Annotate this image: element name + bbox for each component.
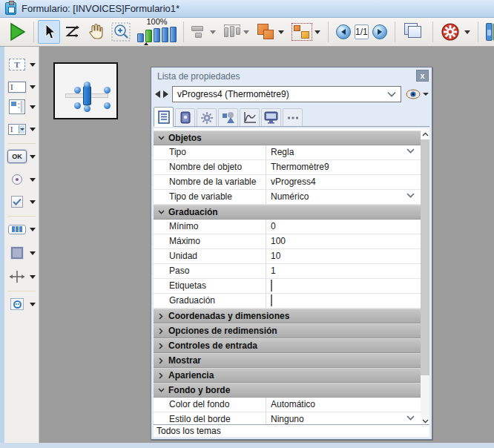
palette-splitter-tool[interactable] bbox=[7, 269, 36, 285]
section-coordenadas[interactable]: Coordenadas y dimensiones bbox=[154, 309, 422, 323]
visibility-button[interactable] bbox=[406, 89, 429, 99]
tab-display[interactable] bbox=[261, 108, 281, 126]
pan-tool-button[interactable] bbox=[84, 20, 108, 44]
property-value[interactable]: Automático bbox=[266, 398, 422, 412]
palette-button-tool[interactable]: OK bbox=[7, 148, 36, 165]
toolbar-separator bbox=[432, 22, 433, 42]
window-bottom-border bbox=[0, 443, 494, 448]
chevron-down-icon[interactable] bbox=[30, 275, 36, 279]
chevron-down-icon[interactable] bbox=[30, 178, 36, 182]
selection-handle[interactable] bbox=[84, 105, 90, 112]
palette-list-tool[interactable] bbox=[7, 99, 36, 115]
palette-combo-box-tool[interactable]: I bbox=[7, 121, 36, 137]
selection-handle[interactable] bbox=[74, 102, 81, 109]
property-row-etiquetas: Etiquetas bbox=[154, 279, 422, 294]
tab-more[interactable] bbox=[283, 108, 303, 126]
chevron-down-icon[interactable] bbox=[278, 30, 284, 34]
chevron-down-icon[interactable] bbox=[30, 303, 36, 306]
property-value[interactable]: Thermomètre9 bbox=[266, 160, 422, 174]
palette-checkbox-tool[interactable] bbox=[7, 194, 36, 210]
bring-to-front-button[interactable] bbox=[253, 20, 288, 44]
property-value[interactable]: 100 bbox=[266, 234, 422, 248]
section-apariencia[interactable]: Apariencia bbox=[154, 368, 422, 383]
arrow-right-icon bbox=[378, 29, 382, 35]
splitter-icon bbox=[8, 270, 26, 283]
property-value[interactable]: vProgress4 bbox=[266, 175, 422, 189]
run-form-button[interactable] bbox=[4, 20, 30, 44]
tab-chart[interactable] bbox=[240, 108, 260, 126]
property-value[interactable]: 1 bbox=[266, 264, 422, 278]
tab-binding[interactable] bbox=[218, 108, 238, 126]
main-toolbar: 100% bbox=[0, 18, 494, 47]
section-controles-entrada[interactable]: Controles de entrada bbox=[154, 338, 422, 353]
chevron-down-icon[interactable] bbox=[423, 93, 429, 96]
section-fondo-borde[interactable]: Fondo y borde bbox=[154, 383, 422, 398]
property-grid-scrollbar[interactable] bbox=[421, 128, 429, 426]
zoom-tool-button[interactable] bbox=[108, 20, 134, 44]
chevron-down-icon[interactable] bbox=[30, 155, 36, 159]
chevron-down-icon[interactable] bbox=[30, 105, 36, 109]
chevron-down-icon bbox=[387, 91, 396, 97]
gear-icon bbox=[441, 22, 460, 42]
tab-details[interactable] bbox=[175, 108, 195, 126]
toolbar-separator bbox=[33, 22, 34, 42]
chevron-down-icon[interactable] bbox=[30, 63, 36, 67]
checkbox-unchecked[interactable] bbox=[271, 280, 272, 291]
selection-handle[interactable] bbox=[104, 102, 111, 109]
chevron-down-icon[interactable] bbox=[30, 228, 36, 231]
selection-handle[interactable] bbox=[104, 87, 111, 93]
property-value[interactable]: Regla bbox=[266, 145, 422, 159]
selection-handle[interactable] bbox=[74, 87, 81, 93]
select-tool-button[interactable] bbox=[38, 20, 60, 44]
chevron-down-icon[interactable] bbox=[464, 30, 470, 34]
scrollbar-thumb[interactable] bbox=[421, 139, 429, 375]
property-value[interactable]: 10 bbox=[266, 249, 422, 263]
checkbox-unchecked[interactable] bbox=[271, 294, 272, 306]
palette-group-box-tool[interactable] bbox=[7, 245, 36, 261]
chevron-down-icon[interactable] bbox=[30, 85, 36, 89]
palette-plugin-tool[interactable] bbox=[7, 296, 36, 312]
previous-page-button[interactable] bbox=[332, 20, 355, 44]
selection-mode-button[interactable] bbox=[288, 20, 324, 44]
arrow-right-icon[interactable] bbox=[162, 90, 169, 99]
slider-thumb[interactable] bbox=[83, 86, 91, 105]
distribute-icon bbox=[223, 24, 241, 39]
chevron-down-icon[interactable] bbox=[314, 30, 320, 34]
align-controls-button[interactable] bbox=[188, 20, 220, 44]
section-redimension[interactable]: Opciones de redimensión bbox=[154, 323, 422, 338]
chevron-down-icon[interactable] bbox=[210, 30, 216, 34]
section-mostrar[interactable]: Mostrar bbox=[154, 353, 422, 368]
next-page-button[interactable] bbox=[369, 20, 391, 44]
chevron-down-icon[interactable] bbox=[243, 30, 249, 34]
page-indicator-field[interactable]: 1/1 bbox=[355, 24, 369, 39]
arrow-left-icon[interactable] bbox=[154, 90, 161, 99]
pages-button[interactable] bbox=[399, 20, 429, 44]
section-graduacion[interactable]: Graduación bbox=[154, 205, 422, 220]
help-library-button[interactable] bbox=[482, 20, 494, 44]
palette-edit-field-tool[interactable]: I bbox=[7, 79, 36, 95]
form-preview[interactable] bbox=[53, 62, 118, 119]
palette-static-text-tool[interactable]: T bbox=[7, 56, 36, 73]
tab-order-tool-button[interactable] bbox=[60, 20, 84, 44]
property-label: Graduación bbox=[154, 294, 266, 308]
settings-button[interactable] bbox=[437, 20, 474, 44]
chevron-down-icon[interactable] bbox=[30, 200, 36, 204]
distribute-controls-button[interactable] bbox=[220, 20, 253, 44]
scroll-up-button[interactable] bbox=[421, 128, 429, 139]
selection-handle[interactable] bbox=[84, 82, 90, 88]
close-button[interactable]: x bbox=[416, 70, 429, 82]
palette-segmented-tool[interactable] bbox=[7, 221, 36, 237]
property-value[interactable]: 0 bbox=[266, 220, 422, 234]
property-value[interactable]: Numérico bbox=[266, 190, 422, 204]
chevron-down-icon[interactable] bbox=[30, 251, 36, 255]
section-objetos[interactable]: Objetos bbox=[154, 131, 422, 145]
panel-status-bar: Todos los temas bbox=[154, 424, 429, 437]
properties-panel-titlebar[interactable]: Lista de propiedades bbox=[151, 67, 432, 85]
control-selector-combo[interactable]: vProgress4 (Thermomètre9) bbox=[172, 86, 401, 102]
tab-settings[interactable] bbox=[197, 108, 217, 126]
tab-general[interactable] bbox=[154, 107, 174, 127]
property-row-minimo: Mínimo 0 bbox=[154, 220, 422, 234]
palette-radio-button-tool[interactable] bbox=[7, 171, 36, 188]
zoom-level-control[interactable]: 100% bbox=[134, 19, 180, 45]
chevron-down-icon[interactable] bbox=[30, 128, 36, 131]
